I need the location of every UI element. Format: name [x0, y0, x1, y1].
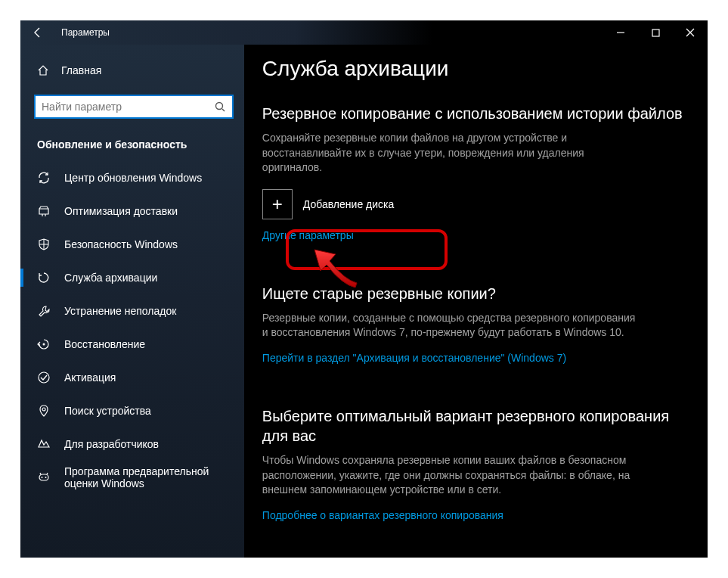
svg-point-7: [45, 477, 47, 478]
plus-icon: +: [262, 189, 293, 219]
sidebar: Главная Обновление и безопасность Центр …: [20, 45, 244, 558]
insider-icon: [37, 471, 51, 484]
sidebar-item-label: Служба архивации: [64, 272, 157, 284]
search-icon: [214, 101, 226, 113]
sidebar-item-insider[interactable]: Программа предварительной оценки Windows: [20, 461, 244, 494]
svg-point-4: [42, 408, 45, 411]
sync-icon: [37, 171, 51, 185]
sidebar-item-windows-update[interactable]: Центр обновления Windows: [20, 161, 244, 194]
activation-icon: [37, 371, 51, 384]
window-title: Параметры: [55, 27, 110, 38]
sidebar-item-developers[interactable]: Для разработчиков: [20, 427, 244, 461]
section-best-option: Выберите оптимальный вариант резервного …: [262, 406, 689, 542]
sidebar-item-troubleshoot[interactable]: Устранение неполадок: [20, 294, 244, 328]
sidebar-item-find-device[interactable]: Поиск устройства: [20, 394, 244, 427]
sidebar-item-delivery-optimization[interactable]: Оптимизация доставки: [20, 194, 244, 228]
svg-point-6: [42, 477, 43, 478]
sidebar-category: Обновление и безопасность: [37, 138, 244, 151]
sidebar-item-windows-security[interactable]: Безопасность Windows: [20, 228, 244, 261]
svg-point-3: [39, 372, 49, 383]
sidebar-item-backup[interactable]: Служба архивации: [20, 261, 244, 294]
settings-window: Параметры Главная: [20, 20, 708, 558]
section-description: Чтобы Windows сохраняла резервные копии …: [262, 453, 640, 498]
sidebar-nav: Центр обновления Windows Оптимизация дос…: [20, 161, 244, 494]
maximize-button[interactable]: [638, 20, 673, 45]
search-input[interactable]: [42, 101, 214, 113]
sidebar-item-label: Восстановление: [64, 338, 145, 350]
backup-icon: [37, 271, 51, 284]
sidebar-item-label: Оптимизация доставки: [64, 205, 178, 217]
section-heading: Ищете старые резервные копии?: [262, 284, 689, 303]
sidebar-item-label: Программа предварительной оценки Windows: [64, 465, 244, 489]
sidebar-item-label: Центр обновления Windows: [64, 172, 202, 184]
svg-rect-0: [652, 30, 659, 36]
sidebar-home-label: Главная: [61, 64, 101, 76]
find-device-icon: [37, 404, 51, 418]
close-button[interactable]: [673, 20, 708, 45]
section-heading: Выберите оптимальный вариант резервного …: [262, 406, 689, 446]
recovery-icon: [37, 337, 51, 351]
sidebar-item-activation[interactable]: Активация: [20, 361, 244, 394]
home-icon: [37, 64, 49, 76]
section-description: Сохраняйте резервные копии файлов на дру…: [262, 131, 640, 176]
content-area: Служба архивации Резервное копирование с…: [244, 45, 708, 558]
minimize-button[interactable]: [603, 20, 638, 45]
sidebar-item-label: Поиск устройства: [64, 405, 151, 417]
page-title: Служба архивации: [262, 57, 689, 81]
section-description: Резервные копии, созданные с помощью сре…: [262, 311, 640, 340]
add-drive-label: Добавление диска: [303, 198, 394, 210]
shield-icon: [37, 238, 51, 251]
sidebar-item-label: Для разработчиков: [64, 438, 159, 450]
search-box[interactable]: [34, 95, 234, 119]
svg-point-1: [215, 103, 222, 110]
sidebar-home[interactable]: Главная: [20, 55, 244, 85]
titlebar: Параметры: [20, 20, 708, 45]
minimize-icon: [616, 28, 625, 37]
dev-icon: [37, 437, 51, 451]
section-heading: Резервное копирование с использованием и…: [262, 104, 689, 123]
troubleshoot-icon: [37, 304, 51, 318]
back-button[interactable]: [20, 20, 55, 45]
sidebar-item-label: Активация: [64, 371, 116, 384]
delivery-icon: [37, 204, 51, 218]
learn-more-link[interactable]: Подробнее о вариантах резервного копиров…: [262, 509, 503, 521]
section-old-backups: Ищете старые резервные копии? Резервные …: [262, 284, 689, 385]
sidebar-item-label: Безопасность Windows: [64, 238, 178, 250]
section-file-history: Резервное копирование с использованием и…: [262, 104, 689, 263]
add-drive-button[interactable]: + Добавление диска: [262, 186, 689, 222]
svg-point-2: [43, 343, 45, 346]
sidebar-item-recovery[interactable]: Восстановление: [20, 328, 244, 361]
more-options-link[interactable]: Другие параметры: [262, 229, 354, 241]
close-icon: [686, 28, 695, 37]
arrow-left-icon: [32, 26, 44, 39]
sidebar-item-label: Устранение неполадок: [64, 305, 176, 317]
maximize-icon: [652, 29, 660, 37]
svg-rect-5: [39, 474, 48, 480]
backup-restore-win7-link[interactable]: Перейти в раздел "Архивация и восстановл…: [262, 352, 566, 364]
